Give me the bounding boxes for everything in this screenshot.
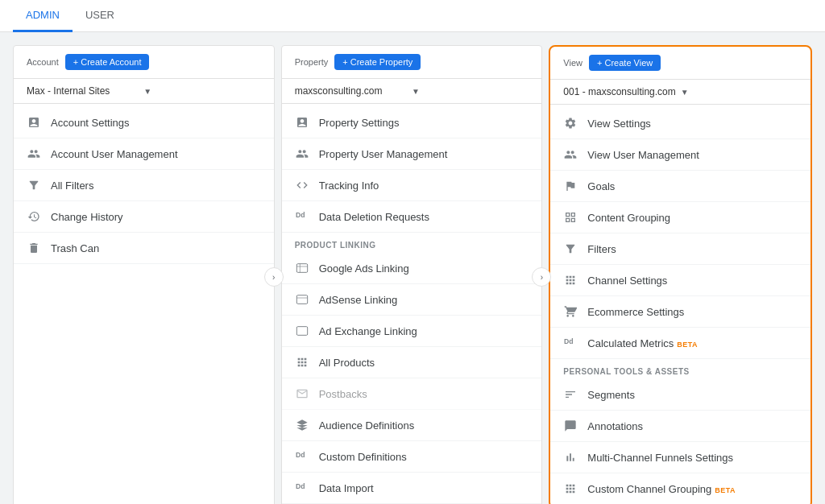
property-item-postbacks: Postbacks [282, 378, 542, 410]
all-filters-icon [27, 178, 41, 192]
trash-can-label: Trash Can [51, 242, 261, 254]
view-label: View [563, 58, 582, 68]
property-item-data-import[interactable]: Dd Data Import [282, 473, 542, 504]
account-user-mgmt-label: Account User Management [51, 148, 261, 160]
account-dropdown[interactable]: Max - Internal Sites ▼ [14, 79, 274, 104]
property-item-ad-exchange[interactable]: Ad Exchange Linking [282, 316, 542, 347]
property-column: Property + Create Property maxsconsultin… [281, 45, 543, 504]
account-menu-list: Account Settings Account User Management… [14, 104, 274, 267]
change-history-icon [27, 209, 41, 224]
property-settings-icon [295, 115, 309, 130]
all-products-icon [295, 355, 309, 370]
view-item-goals[interactable]: Goals [550, 171, 810, 202]
audience-defs-label: Audience Definitions [319, 419, 529, 432]
google-ads-label: Google Ads Linking [319, 262, 529, 275]
view-settings-label: View Settings [587, 118, 798, 130]
annotations-icon [563, 419, 578, 433]
trash-can-icon [27, 241, 41, 255]
svg-rect-6 [296, 327, 307, 336]
custom-channel-grouping-icon [563, 481, 578, 496]
svg-rect-4 [296, 295, 307, 304]
data-deletion-icon: Dd [295, 209, 309, 224]
account-label: Account [27, 57, 59, 67]
property-item-all-products[interactable]: All Products [282, 347, 542, 378]
goals-label: Goals [587, 180, 798, 192]
change-history-label: Change History [51, 211, 261, 223]
property-item-custom-defs[interactable]: Dd Custom Definitions [282, 441, 542, 473]
view-settings-icon [563, 116, 578, 130]
property-dropdown[interactable]: maxsconsulting.com ▼ [282, 79, 542, 104]
view-section-header: PERSONAL TOOLS & ASSETS [550, 359, 810, 379]
view-column-header: View + Create View [550, 47, 810, 80]
filters-icon [563, 242, 578, 256]
tab-user[interactable]: USER [73, 0, 127, 32]
property-section-header: PRODUCT LINKING [282, 233, 542, 253]
view-dropdown[interactable]: 001 - maxsconsulting.com ▼ [550, 80, 810, 105]
account-column-header: Account + Create Account [14, 46, 274, 79]
property-nav-arrow[interactable]: › [532, 267, 551, 287]
calculated-metrics-badge: BETA [677, 341, 698, 349]
account-item-account-settings[interactable]: Account Settings [14, 107, 274, 138]
all-filters-label: All Filters [51, 180, 261, 192]
property-item-property-user-mgmt[interactable]: Property User Management [282, 138, 542, 170]
account-item-change-history[interactable]: Change History [14, 201, 274, 233]
account-item-account-user-mgmt[interactable]: Account User Management [14, 138, 274, 170]
calculated-metrics-icon: Dd [563, 336, 578, 350]
ad-exchange-label: Ad Exchange Linking [319, 325, 529, 337]
property-item-audience-defs[interactable]: Audience Definitions [282, 410, 542, 441]
account-user-mgmt-icon [27, 147, 41, 161]
custom-channel-grouping-badge: BETA [715, 486, 736, 494]
account-dropdown-arrow: ▼ [143, 87, 260, 96]
view-item-multi-channel[interactable]: Multi-Channel Funnels Settings [550, 442, 810, 473]
multi-channel-icon [563, 450, 578, 465]
property-item-property-settings[interactable]: Property Settings [282, 107, 542, 138]
view-item-content-grouping[interactable]: Content Grouping [550, 202, 810, 233]
property-item-adsense[interactable]: AdSense Linking [282, 284, 542, 316]
content-grouping-label: Content Grouping [587, 212, 798, 224]
create-account-button[interactable]: + Create Account [65, 54, 150, 70]
property-menu-list: Property Settings Property User Manageme… [282, 104, 542, 504]
google-ads-icon [295, 261, 309, 275]
data-deletion-label: Data Deletion Requests [319, 211, 529, 223]
view-item-view-settings[interactable]: View Settings [550, 108, 810, 139]
property-dropdown-value: maxsconsulting.com [295, 85, 412, 97]
calculated-metrics-label: Calculated MetricsBETA [587, 337, 798, 349]
svg-text:Dd: Dd [296, 211, 305, 219]
view-item-custom-channel-grouping[interactable]: Custom Channel GroupingBETA [550, 473, 810, 504]
tracking-info-icon [295, 178, 309, 192]
property-user-mgmt-label: Property User Management [319, 148, 529, 160]
adsense-label: AdSense Linking [319, 294, 529, 306]
segments-label: Segments [587, 389, 798, 401]
create-view-button[interactable]: + Create View [589, 55, 661, 71]
svg-text:Dd: Dd [564, 337, 574, 345]
property-item-tracking-info[interactable]: Tracking Info [282, 170, 542, 201]
multi-channel-label: Multi-Channel Funnels Settings [587, 452, 798, 464]
channel-settings-icon [563, 273, 578, 287]
view-item-channel-settings[interactable]: Channel Settings [550, 265, 810, 296]
view-item-ecommerce-settings[interactable]: Ecommerce Settings [550, 296, 810, 328]
account-item-trash-can[interactable]: Trash Can [14, 233, 274, 264]
account-nav-arrow[interactable]: › [264, 267, 284, 287]
view-item-calculated-metrics[interactable]: Dd Calculated MetricsBETA [550, 328, 810, 359]
property-settings-label: Property Settings [319, 117, 529, 129]
tab-admin[interactable]: ADMIN [13, 0, 73, 32]
property-item-google-ads[interactable]: Google Ads Linking [282, 253, 542, 284]
view-dropdown-arrow: ▼ [681, 88, 798, 97]
view-item-segments[interactable]: Segments [550, 379, 810, 411]
account-item-all-filters[interactable]: All Filters [14, 170, 274, 201]
create-property-button[interactable]: + Create Property [334, 54, 421, 70]
property-item-data-deletion[interactable]: Dd Data Deletion Requests [282, 201, 542, 233]
custom-channel-grouping-label: Custom Channel GroupingBETA [587, 483, 798, 495]
view-menu-list: View Settings View User Management Goals… [550, 105, 810, 504]
top-nav: ADMIN USER [0, 0, 825, 32]
view-item-annotations[interactable]: Annotations [550, 411, 810, 442]
ecommerce-settings-label: Ecommerce Settings [587, 306, 798, 318]
data-import-label: Data Import [319, 482, 529, 494]
view-item-view-user-mgmt[interactable]: View User Management [550, 139, 810, 171]
view-user-mgmt-label: View User Management [587, 149, 798, 161]
account-settings-icon [27, 115, 41, 130]
property-user-mgmt-icon [295, 147, 309, 161]
view-item-filters[interactable]: Filters [550, 233, 810, 265]
segments-icon [563, 387, 578, 402]
custom-defs-label: Custom Definitions [319, 451, 529, 463]
